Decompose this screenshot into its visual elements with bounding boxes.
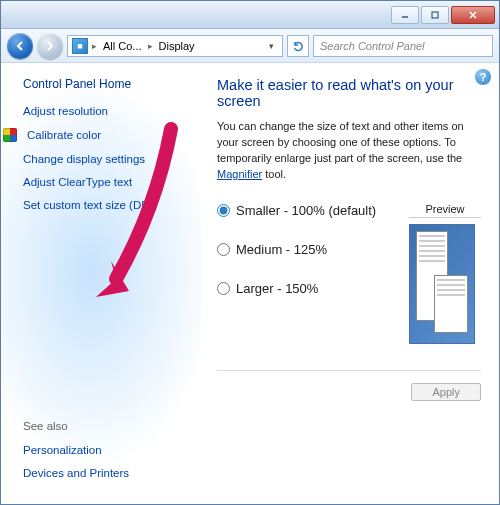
divider	[217, 370, 481, 371]
option-larger-label: Larger - 150%	[236, 281, 318, 296]
apply-button[interactable]: Apply	[411, 383, 481, 401]
page-title: Make it easier to read what's on your sc…	[217, 77, 481, 109]
chevron-down-icon[interactable]: ▾	[265, 41, 278, 51]
option-larger[interactable]: Larger - 150%	[217, 281, 397, 296]
option-medium-label: Medium - 125%	[236, 242, 327, 257]
radio-smaller[interactable]	[217, 204, 230, 217]
sidebar: Control Panel Home Adjust resolution Cal…	[1, 63, 201, 504]
magnifier-link[interactable]: Magnifier	[217, 168, 262, 180]
address-bar[interactable]: ■ ▸ All Co... ▸ Display ▾	[67, 35, 283, 57]
search-input[interactable]: Search Control Panel	[313, 35, 493, 57]
chevron-right-icon: ▸	[148, 41, 153, 51]
description-text: You can change the size of text and othe…	[217, 119, 481, 183]
forward-button[interactable]	[37, 33, 63, 59]
desc-pre: You can change the size of text and othe…	[217, 120, 464, 164]
option-smaller[interactable]: Smaller - 100% (default)	[217, 203, 397, 218]
apply-row: Apply	[217, 383, 481, 401]
refresh-button[interactable]	[287, 35, 309, 57]
sidebar-link-calibrate-color[interactable]: Calibrate color	[23, 128, 193, 142]
sidebar-link-adjust-cleartype[interactable]: Adjust ClearType text	[23, 176, 193, 188]
seealso-link-devices-printers[interactable]: Devices and Printers	[23, 467, 193, 479]
search-placeholder: Search Control Panel	[320, 40, 425, 52]
control-panel-home-link[interactable]: Control Panel Home	[23, 77, 193, 91]
breadcrumb-display[interactable]: Display	[157, 40, 197, 52]
back-button[interactable]	[7, 33, 33, 59]
navbar: ■ ▸ All Co... ▸ Display ▾ Search Control…	[1, 29, 499, 63]
size-options: Smaller - 100% (default) Medium - 125% L…	[217, 203, 481, 344]
maximize-button[interactable]	[421, 6, 449, 24]
close-button[interactable]	[451, 6, 495, 24]
preview-column: Preview	[409, 203, 481, 344]
desc-post: tool.	[262, 168, 286, 180]
main-panel: ? Make it easier to read what's on your …	[201, 63, 499, 504]
control-panel-window: ■ ▸ All Co... ▸ Display ▾ Search Control…	[0, 0, 500, 505]
titlebar	[1, 1, 499, 29]
chevron-right-icon: ▸	[92, 41, 97, 51]
option-medium[interactable]: Medium - 125%	[217, 242, 397, 257]
svg-rect-1	[432, 12, 438, 18]
option-smaller-label: Smaller - 100% (default)	[236, 203, 376, 218]
preview-header: Preview	[409, 203, 481, 218]
see-also-section: See also Personalization Devices and Pri…	[23, 420, 193, 490]
help-icon[interactable]: ?	[475, 69, 491, 85]
minimize-button[interactable]	[391, 6, 419, 24]
sidebar-link-set-custom-dpi[interactable]: Set custom text size (DPI)	[23, 199, 193, 211]
radio-larger[interactable]	[217, 282, 230, 295]
preview-thumbnail	[409, 224, 475, 344]
content-area: Control Panel Home Adjust resolution Cal…	[1, 63, 499, 504]
radio-medium[interactable]	[217, 243, 230, 256]
option-column: Smaller - 100% (default) Medium - 125% L…	[217, 203, 397, 344]
sidebar-link-adjust-resolution[interactable]: Adjust resolution	[23, 105, 193, 117]
display-icon: ■	[72, 38, 88, 54]
see-also-header: See also	[23, 420, 193, 432]
annotation-arrow	[41, 119, 191, 309]
preview-window-2	[434, 275, 468, 333]
breadcrumb-allcontrol[interactable]: All Co...	[101, 40, 144, 52]
seealso-link-personalization[interactable]: Personalization	[23, 444, 193, 456]
sidebar-link-change-display-settings[interactable]: Change display settings	[23, 153, 193, 165]
